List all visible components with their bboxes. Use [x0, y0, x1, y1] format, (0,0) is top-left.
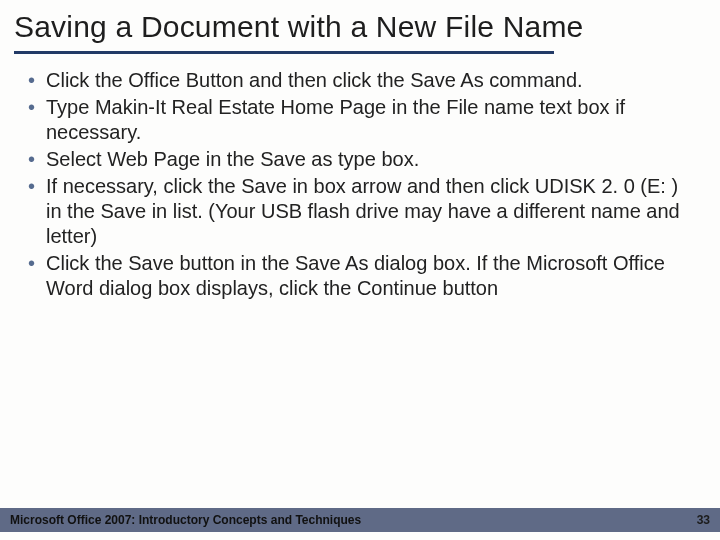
title-area: Saving a Document with a New File Name [0, 0, 720, 54]
page-number: 33 [697, 513, 710, 527]
list-item: Type Makin-It Real Estate Home Page in t… [24, 95, 696, 145]
list-item: If necessary, click the Save in box arro… [24, 174, 696, 249]
slide-title: Saving a Document with a New File Name [14, 10, 706, 45]
footer-bar: Microsoft Office 2007: Introductory Conc… [0, 508, 720, 532]
bullet-list: Click the Office Button and then click t… [24, 68, 696, 301]
footer-text: Microsoft Office 2007: Introductory Conc… [10, 513, 361, 527]
list-item: Click the Office Button and then click t… [24, 68, 696, 93]
slide: Saving a Document with a New File Name C… [0, 0, 720, 540]
list-item: Select Web Page in the Save as type box. [24, 147, 696, 172]
list-item: Click the Save button in the Save As dia… [24, 251, 696, 301]
body-area: Click the Office Button and then click t… [0, 54, 720, 301]
